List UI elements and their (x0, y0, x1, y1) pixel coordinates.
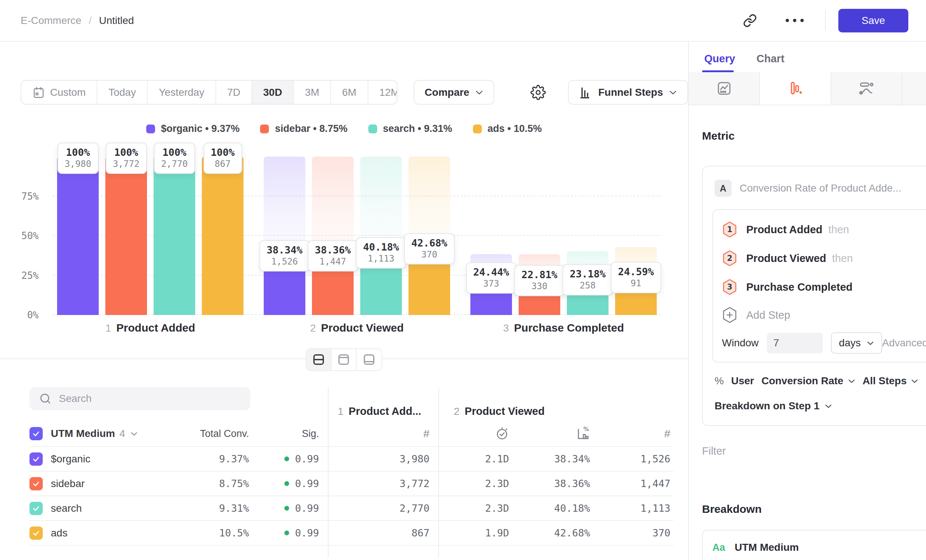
metric-step-1[interactable]: 1Product Addedthen (722, 215, 926, 244)
date-range-today[interactable]: Today (97, 81, 148, 104)
legend-swatch (260, 124, 269, 133)
layout-table-toggle[interactable] (357, 349, 381, 370)
layout-chart-toggle[interactable] (331, 349, 357, 370)
date-range-yesterday[interactable]: Yesterday (148, 81, 216, 104)
measured-scope-dropdown[interactable]: All Steps (862, 375, 918, 387)
step2-conv-cell: 38.34% (512, 447, 593, 472)
funnel-steps-icon (579, 86, 592, 99)
metric-step-2[interactable]: 2Product Viewedthen (722, 244, 926, 272)
window-value-input[interactable] (767, 333, 823, 353)
bar-value-label: 22.81%330 (514, 265, 565, 296)
metric-step-3[interactable]: 3Purchase Completed (722, 272, 926, 301)
add-step-button[interactable]: Add Step (722, 301, 926, 328)
table-spacer (439, 546, 512, 557)
total-conv-cell: 9.31% (192, 496, 258, 521)
legend-item-search[interactable]: search • 9.31% (368, 123, 452, 135)
search-input[interactable] (59, 393, 236, 404)
metric-title-row[interactable]: A Conversion Rate of Product Adde... (713, 177, 926, 200)
step2-count-cell: 1,526 (593, 447, 673, 472)
legend-item-ads[interactable]: ads • 10.5% (473, 123, 542, 135)
funnel-bar-sidebar-step1[interactable] (105, 157, 147, 315)
chart-type-funnel[interactable] (760, 72, 831, 104)
svg-text:%: % (583, 426, 589, 433)
date-range-7d[interactable]: 7D (216, 81, 252, 104)
measured-metric-dropdown[interactable]: Conversion Rate (761, 375, 855, 387)
tab-query[interactable]: Query (704, 53, 735, 72)
chart-type-dropdown[interactable]: Funnel Steps (568, 80, 688, 104)
step-number-hexagon: 2 (722, 250, 737, 267)
row-checkbox-organic[interactable] (29, 453, 43, 466)
bar-value-label: 40.18%1,113 (356, 237, 407, 269)
date-range-30d[interactable]: 30D (252, 81, 294, 104)
measured-entity[interactable]: User (731, 375, 754, 387)
step2-column-header: Product Viewed (465, 405, 545, 418)
bar-value-label: 100%3,772 (105, 142, 147, 174)
avg-time-cell: 2.3D (439, 496, 512, 521)
layout-split-toggle[interactable] (306, 349, 331, 370)
date-range-6m[interactable]: 6M (331, 81, 368, 104)
count-column-icon[interactable]: # (423, 427, 430, 440)
table-search[interactable] (29, 387, 250, 410)
select-all-checkbox[interactable] (29, 427, 43, 440)
funnel-steps-card: 1Product Addedthen2Product Viewedthen3Pu… (713, 209, 926, 363)
legend-item-sidebar[interactable]: sidebar • 8.75% (260, 123, 347, 135)
property-type-badge: Aa (713, 542, 725, 553)
sig-cell: 0.99 (258, 496, 328, 521)
metric-letter-badge: A (714, 180, 732, 197)
y-axis-tick: 50% (21, 230, 39, 241)
funnel-step-label: 2Product Viewed (264, 322, 450, 334)
layout-toggle-group (306, 348, 382, 371)
avg-time-column-icon[interactable] (495, 427, 509, 440)
link-icon (743, 14, 757, 28)
step2-count-cell: 370 (593, 521, 673, 546)
chart-type-line[interactable] (689, 72, 760, 104)
chart-type-flow[interactable] (831, 72, 902, 104)
table-row-name-ads: ads (29, 521, 192, 546)
chart-type-scatter[interactable] (902, 72, 926, 104)
date-range-3m[interactable]: 3M (294, 81, 331, 104)
sig-header[interactable]: Sig. (302, 428, 319, 439)
row-checkbox-sidebar[interactable] (29, 477, 43, 490)
legend-item-organic[interactable]: $organic • 9.37% (146, 123, 240, 135)
breakdown-label: Breakdown (702, 503, 762, 515)
row-checkbox-ads[interactable] (29, 527, 43, 540)
chevron-down-icon[interactable] (130, 431, 138, 436)
tab-chart[interactable]: Chart (757, 53, 785, 72)
breakdown-item[interactable]: Aa UTM Medium (702, 530, 926, 560)
breakdown-section: Breakdown (702, 501, 926, 517)
window-unit-select[interactable]: days (831, 332, 882, 354)
row-checkbox-search[interactable] (29, 502, 43, 515)
bar-value-label: 38.36%1,447 (307, 240, 359, 271)
compare-button[interactable]: Compare (414, 80, 494, 104)
date-range-12m[interactable]: 12M (368, 81, 398, 104)
query-panel: Query Chart (689, 42, 926, 560)
step2-conv-cell: 40.18% (512, 496, 593, 521)
funnel-bar-ads-step1[interactable] (202, 157, 244, 315)
panel-tabs: Query Chart (689, 42, 926, 72)
breakdown-on-step-dropdown[interactable]: Breakdown on Step 1 (714, 400, 926, 412)
gear-icon (530, 85, 546, 100)
avg-time-cell: 2.1D (439, 447, 512, 472)
date-range-custom[interactable]: Custom (21, 81, 97, 104)
funnel-bar-search-step1[interactable] (154, 157, 195, 315)
count-column-icon[interactable]: # (664, 427, 670, 440)
significance-dot (284, 506, 289, 511)
total-conv-header[interactable]: Total Conv. (200, 428, 249, 439)
measured-as-row: % User Conversion Rate All Steps (714, 375, 926, 387)
table-spacer (29, 546, 192, 557)
line-chart-icon (716, 80, 732, 97)
save-button[interactable]: Save (838, 9, 908, 32)
funnel-bar-organic-step1[interactable] (57, 157, 99, 315)
group-by-label[interactable]: UTM Medium (51, 428, 115, 439)
more-options-button[interactable] (779, 14, 810, 27)
share-link-button[interactable] (738, 9, 762, 33)
table-spacer (512, 546, 593, 557)
conversion-rate-column-icon[interactable]: % (575, 426, 590, 441)
chart-settings-button[interactable] (530, 85, 546, 100)
total-conv-cell: 8.75% (192, 472, 258, 496)
breadcrumb-parent[interactable]: E-Commerce (21, 15, 82, 27)
breadcrumb-current[interactable]: Untitled (99, 15, 134, 27)
metric-heading: Metric (702, 130, 926, 142)
chart-toolbar: CustomTodayYesterday7D30D3M6M12MXTD Comp… (21, 80, 688, 104)
advanced-toggle[interactable]: Advanced (882, 337, 926, 349)
